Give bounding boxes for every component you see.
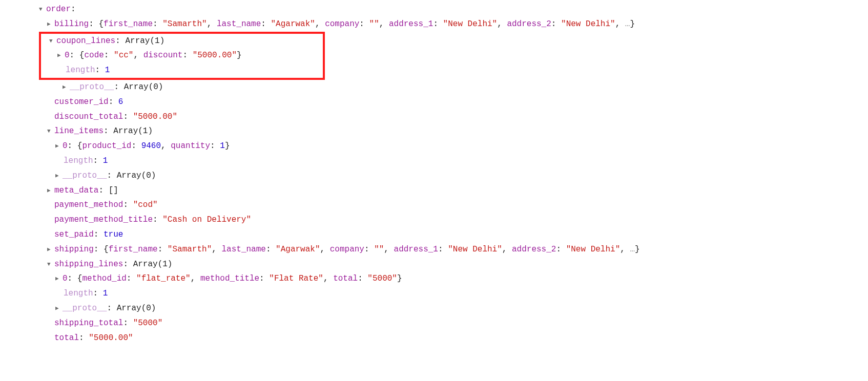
disclosure-right-icon[interactable]: ▶: [55, 304, 61, 314]
prop-key: length: [66, 66, 95, 75]
prop-key: discount_total: [54, 112, 123, 121]
disclosure-down-icon[interactable]: ▼: [47, 260, 53, 270]
tree-row-shipping-lines-0[interactable]: ▶0: {method_id: "flat_rate", method_titl…: [0, 271, 868, 286]
tree-row-payment-method-title[interactable]: payment_method_title: "Cash on Delivery": [0, 213, 868, 227]
prop-key: billing: [54, 19, 89, 29]
disclosure-down-icon[interactable]: ▼: [39, 5, 45, 15]
tree-row-coupon-lines-length[interactable]: length: 1: [41, 63, 323, 78]
prop-key: payment_method: [54, 200, 123, 209]
prop-key: shipping_total: [54, 319, 123, 328]
tree-row-shipping[interactable]: ▶shipping: {first_name: "Samarth", last_…: [0, 242, 868, 257]
tree-row-proto[interactable]: ▶__proto__: Array(0): [0, 168, 868, 183]
disclosure-right-icon[interactable]: ▶: [47, 19, 53, 30]
tree-row-billing[interactable]: ▶billing: {first_name: "Samarth", last_n…: [0, 17, 868, 32]
disclosure-down-icon[interactable]: ▼: [49, 36, 55, 47]
tree-row-set-paid[interactable]: set_paid: true: [0, 227, 868, 242]
tree-row-coupon-lines-0[interactable]: ▶0: {code: "cc", discount: "5000.00"}: [41, 48, 323, 63]
tree-row-coupon-lines[interactable]: ▼coupon_lines: Array(1): [41, 34, 323, 49]
disclosure-right-icon[interactable]: ▶: [47, 245, 53, 255]
tree-row-line-items-length[interactable]: length: 1: [0, 154, 868, 168]
prop-key: coupon_lines: [56, 36, 115, 46]
tree-row-order[interactable]: ▼order:: [0, 2, 868, 17]
tree-row-shipping-lines[interactable]: ▼shipping_lines: Array(1): [0, 257, 868, 272]
prop-key: meta_data: [54, 186, 98, 195]
prop-key: shipping: [54, 245, 94, 254]
prop-key: set_paid: [54, 230, 94, 239]
tree-row-line-items-0[interactable]: ▶0: {product_id: 9460, quantity: 1}: [0, 139, 868, 154]
prop-key: shipping_lines: [54, 260, 123, 269]
disclosure-right-icon[interactable]: ▶: [47, 186, 53, 196]
disclosure-right-icon[interactable]: ▶: [55, 171, 61, 181]
prop-key: total: [54, 333, 79, 343]
tree-row-total[interactable]: total: "5000.00": [0, 331, 868, 346]
prop-key: 0: [63, 141, 68, 151]
tree-row-shipping-lines-length[interactable]: length: 1: [0, 286, 868, 301]
tree-row-proto[interactable]: ▶__proto__: Array(0): [0, 301, 868, 316]
highlight-annotation: ▼coupon_lines: Array(1) ▶0: {code: "cc",…: [39, 32, 325, 80]
prop-key: order: [46, 5, 71, 14]
prop-key: 0: [65, 51, 70, 60]
prop-key: length: [64, 156, 93, 165]
prop-key: payment_method_title: [54, 215, 153, 224]
disclosure-right-icon[interactable]: ▶: [55, 274, 61, 284]
disclosure-right-icon[interactable]: ▶: [55, 141, 61, 152]
disclosure-right-icon[interactable]: ▶: [57, 51, 64, 61]
prop-key: __proto__: [70, 82, 114, 92]
tree-row-line-items[interactable]: ▼line_items: Array(1): [0, 124, 868, 139]
tree-row-discount-total[interactable]: discount_total: "5000.00": [0, 110, 868, 124]
tree-row-meta-data[interactable]: ▶meta_data: []: [0, 183, 868, 198]
prop-key: __proto__: [63, 304, 107, 313]
disclosure-right-icon[interactable]: ▶: [63, 82, 69, 93]
prop-key: customer_id: [54, 97, 109, 107]
prop-key: length: [64, 289, 93, 298]
tree-row-shipping-total[interactable]: shipping_total: "5000": [0, 316, 868, 331]
tree-row-payment-method[interactable]: payment_method: "cod": [0, 198, 868, 213]
disclosure-down-icon[interactable]: ▼: [47, 126, 53, 137]
prop-key: 0: [63, 274, 68, 283]
prop-key: __proto__: [63, 171, 107, 180]
tree-row-proto[interactable]: ▶__proto__: Array(0): [0, 80, 868, 95]
prop-key: line_items: [54, 126, 104, 136]
tree-row-customer-id[interactable]: customer_id: 6: [0, 95, 868, 110]
